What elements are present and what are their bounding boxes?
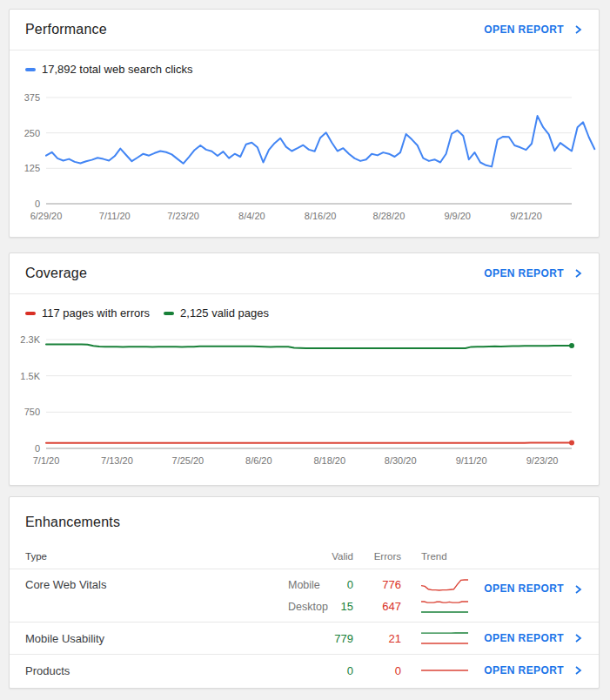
coverage-open-report-label: OPEN REPORT: [484, 267, 564, 279]
column-header-trend: Trend: [401, 551, 468, 562]
enhancements-card: Enhancements Type Valid Errors Trend Cor…: [9, 496, 600, 689]
valid-legend-marker: [164, 312, 174, 315]
coverage-card-header: Coverage OPEN REPORT: [10, 253, 599, 294]
svg-text:9/23/20: 9/23/20: [526, 455, 559, 466]
chevron-right-icon: [573, 24, 583, 35]
svg-text:8/28/20: 8/28/20: [373, 211, 406, 221]
svg-text:7/11/20: 7/11/20: [99, 211, 131, 221]
valid-legend-label: 2,125 valid pages: [180, 306, 269, 320]
errors-legend-item: 117 pages with errors: [25, 306, 150, 320]
svg-text:9/11/20: 9/11/20: [456, 455, 487, 466]
performance-legend: 17,892 total web search clicks: [10, 50, 599, 77]
svg-text:8/18/20: 8/18/20: [313, 455, 345, 466]
performance-card: Performance OPEN REPORT 17,892 total web…: [9, 9, 600, 238]
svg-text:8/30/20: 8/30/20: [385, 455, 417, 466]
enhancements-title: Enhancements: [10, 497, 599, 530]
device-label-mobile: Mobile: [288, 579, 327, 591]
svg-text:7/23/20: 7/23/20: [167, 211, 199, 221]
valid-count: 0: [327, 578, 353, 591]
clicks-legend-marker: [25, 68, 36, 71]
svg-text:8/16/20: 8/16/20: [305, 211, 337, 221]
performance-open-report-label: OPEN REPORT: [484, 24, 564, 36]
clicks-legend-label: 17,892 total web search clicks: [42, 63, 192, 76]
svg-text:1.5K: 1.5K: [20, 371, 40, 381]
svg-text:9/21/20: 9/21/20: [510, 211, 542, 221]
chevron-right-icon: [573, 584, 583, 595]
trend-sparkline-products: [401, 663, 468, 677]
valid-legend-item: 2,125 valid pages: [164, 306, 269, 320]
column-header-type: Type: [25, 551, 288, 562]
svg-text:7/13/20: 7/13/20: [101, 455, 133, 466]
column-header-valid: Valid: [327, 551, 353, 562]
column-header-errors: Errors: [353, 551, 401, 562]
svg-text:0: 0: [35, 199, 40, 209]
open-report-label: OPEN REPORT: [484, 632, 564, 644]
performance-line-chart[interactable]: 01252503756/29/207/11/207/23/208/4/208/1…: [10, 84, 600, 227]
svg-text:375: 375: [24, 92, 40, 103]
errors-count: 776: [353, 578, 401, 591]
enhancements-table-header: Type Valid Errors Trend: [10, 543, 599, 569]
svg-text:250: 250: [24, 128, 40, 138]
svg-text:8/6/20: 8/6/20: [245, 455, 272, 466]
performance-card-header: Performance OPEN REPORT: [10, 10, 599, 50]
search-console-dashboard: Performance OPEN REPORT 17,892 total web…: [0, 0, 610, 700]
errors-count: 0: [353, 664, 401, 677]
performance-open-report-link[interactable]: OPEN REPORT: [484, 24, 583, 36]
open-report-label: OPEN REPORT: [484, 664, 564, 676]
coverage-title: Coverage: [25, 266, 87, 281]
table-row-mobile-usability: Mobile Usability 779 21 OPEN REPORT: [10, 623, 599, 655]
chevron-right-icon: [573, 268, 583, 279]
chevron-right-icon: [573, 665, 583, 676]
trend-sparkline-cwv-mobile: [401, 578, 468, 592]
open-report-label: OPEN REPORT: [484, 578, 564, 600]
svg-text:7/25/20: 7/25/20: [172, 455, 204, 466]
errors-legend-marker: [25, 312, 36, 315]
row-type-label: Mobile Usability: [25, 632, 288, 645]
trend-sparkline-cwv-desktop: [401, 600, 468, 614]
svg-text:0: 0: [35, 443, 40, 454]
errors-count: 21: [353, 632, 401, 645]
coverage-line-chart[interactable]: 07501.5K2.3K7/1/207/13/207/25/208/6/208/…: [10, 327, 600, 474]
svg-text:2.3K: 2.3K: [20, 334, 40, 345]
table-row-core-web-vitals: Core Web Vitals Mobile 0 776 OPEN REPORT…: [10, 569, 599, 623]
performance-title: Performance: [25, 22, 107, 37]
mobile-usability-open-report-link[interactable]: OPEN REPORT: [484, 632, 583, 644]
table-row-products: Products 0 0 OPEN REPORT: [10, 655, 599, 686]
valid-count: 15: [327, 600, 353, 613]
coverage-card: Coverage OPEN REPORT 117 pages with erro…: [9, 252, 600, 486]
device-label-desktop: Desktop: [288, 601, 327, 613]
svg-text:750: 750: [24, 407, 40, 417]
errors-legend-label: 117 pages with errors: [42, 306, 150, 320]
products-open-report-link[interactable]: OPEN REPORT: [484, 664, 583, 676]
clicks-legend-item: 17,892 total web search clicks: [25, 63, 192, 76]
svg-text:9/9/20: 9/9/20: [444, 211, 471, 221]
svg-text:8/4/20: 8/4/20: [238, 211, 265, 221]
row-type-label: Products: [25, 664, 288, 677]
trend-sparkline-mobile-usability: [401, 631, 468, 645]
svg-text:125: 125: [24, 163, 40, 173]
valid-count: 0: [327, 664, 353, 677]
coverage-open-report-link[interactable]: OPEN REPORT: [484, 267, 583, 279]
svg-text:6/29/20: 6/29/20: [30, 211, 63, 221]
row-type-label: Core Web Vitals: [25, 574, 288, 596]
errors-count: 647: [353, 600, 401, 613]
valid-count: 779: [327, 632, 353, 645]
chevron-right-icon: [573, 633, 583, 643]
svg-text:7/1/20: 7/1/20: [33, 455, 60, 466]
coverage-legend: 117 pages with errors 2,125 valid pages: [10, 294, 599, 320]
core-web-vitals-open-report-link[interactable]: OPEN REPORT: [484, 578, 583, 600]
